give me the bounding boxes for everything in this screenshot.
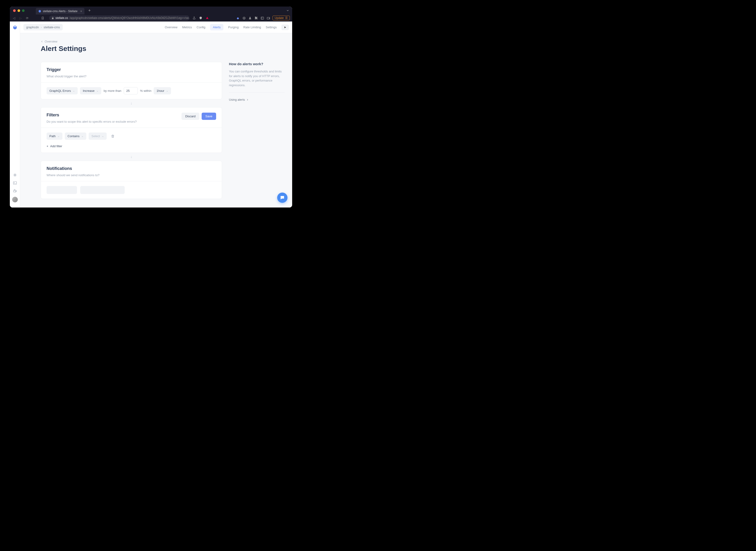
filter-op-select[interactable]: Contains ⌄	[65, 132, 86, 140]
play-button[interactable]	[281, 25, 289, 30]
chat-bubble-button[interactable]	[277, 192, 287, 203]
close-window-icon[interactable]	[13, 9, 16, 12]
back-link[interactable]: Overview	[41, 40, 285, 43]
filters-card: Filters Do you want to scope this alert …	[41, 107, 222, 153]
toolbar-right: ◆ Update ☰	[236, 16, 290, 20]
trigger-metric-label: GraphQL Errors	[49, 89, 71, 92]
forward-icon[interactable]: ▷	[19, 16, 22, 20]
close-tab-icon[interactable]: ×	[80, 9, 82, 13]
help-title: How do alerts work?	[229, 62, 285, 66]
brave-shield-icon[interactable]	[199, 16, 203, 20]
notifications-card: Notifications Where should we send notif…	[41, 161, 222, 199]
top-nav-links: Overview Metrics Config Alerts Purging R…	[165, 24, 289, 30]
minimize-window-icon[interactable]	[18, 9, 20, 12]
chevron-right-icon: ›	[41, 25, 42, 29]
page: graphcdn › stellate-cms Overview Metrics…	[10, 21, 292, 207]
lock-icon	[51, 17, 54, 19]
person-icon[interactable]	[248, 16, 252, 20]
using-alerts-link[interactable]: Using alerts	[229, 98, 285, 101]
new-tab-icon[interactable]: +	[88, 8, 91, 13]
notifications-title: Notifications	[46, 166, 216, 171]
help-sidebar: How do alerts work? You can configure th…	[229, 62, 285, 199]
pct-within-text: % within	[140, 89, 151, 92]
trigger-window-select[interactable]: 1hour ⌄	[154, 87, 171, 94]
content: graphcdn › stellate-cms Overview Metrics…	[20, 21, 292, 207]
svg-rect-6	[14, 174, 15, 176]
nav-settings[interactable]: Settings	[266, 25, 277, 29]
svg-point-1	[244, 18, 244, 18]
breadcrumb-org: graphcdn	[26, 25, 39, 29]
wallet-icon[interactable]	[266, 16, 270, 20]
browser-tab[interactable]: stellate-cms Alerts - Stellate ×	[36, 8, 84, 14]
nav-config[interactable]: Config	[197, 25, 206, 29]
trigger-window-label: 1hour	[157, 89, 164, 92]
trash-icon[interactable]	[111, 134, 114, 138]
cards-column: Trigger What should trigger the alert? G…	[41, 62, 222, 199]
arrow-down-icon: ↓	[41, 153, 222, 161]
filter-op-label: Contains	[68, 134, 79, 138]
puzzle-icon[interactable]	[254, 16, 258, 20]
update-button[interactable]: Update ☰	[272, 16, 290, 20]
chevron-down-icon: ⌄	[81, 135, 83, 138]
svg-rect-7	[13, 181, 17, 184]
feedback-icon[interactable]	[13, 189, 17, 193]
save-button[interactable]: Save	[202, 113, 216, 120]
brave-rewards-icon[interactable]	[205, 16, 209, 20]
nav-metrics[interactable]: Metrics	[182, 25, 192, 29]
maximize-window-icon[interactable]	[22, 9, 25, 12]
trigger-direction-select[interactable]: Increase ⌄	[80, 87, 101, 94]
breadcrumb[interactable]: graphcdn › stellate-cms	[23, 24, 63, 30]
terminal-icon[interactable]	[13, 181, 17, 185]
left-sidebar	[10, 21, 20, 207]
update-label: Update	[275, 16, 284, 20]
chevron-down-icon: ⌄	[102, 135, 104, 138]
filter-value-select[interactable]: Select ⌄	[89, 132, 107, 140]
help-link-label: Using alerts	[229, 98, 245, 101]
help-text: You can configure thresholds and limits …	[229, 69, 285, 87]
chevron-down-icon: ⌄	[96, 89, 98, 92]
bookmark-icon[interactable]	[41, 17, 45, 20]
sparkle-icon[interactable]	[13, 173, 17, 177]
divider	[229, 92, 285, 93]
svg-rect-2	[261, 17, 264, 19]
page-title: Alert Settings	[41, 45, 285, 53]
nav-purging[interactable]: Purging	[228, 25, 239, 29]
chevron-down-icon: ⌄	[57, 135, 60, 138]
trigger-subtitle: What should trigger the alert?	[46, 74, 216, 78]
filters-subtitle: Do you want to scope this alert to speci…	[46, 120, 137, 123]
threshold-input[interactable]	[124, 87, 138, 94]
back-icon[interactable]: ◁	[12, 16, 16, 20]
filters-title: Filters	[46, 113, 137, 117]
discard-button[interactable]: Discard	[182, 113, 199, 120]
browser-window: stellate-cms Alerts - Stellate × + ◁ ▷ ⟳…	[10, 7, 292, 207]
trigger-card: Trigger What should trigger the alert? G…	[41, 62, 222, 99]
url-path: /app/graphcdn/stellate-cms/alerts/QWxlcn…	[69, 16, 190, 20]
tab-overflow-icon[interactable]	[286, 9, 289, 12]
back-label: Overview	[45, 40, 57, 43]
address-bar: ◁ ▷ ⟳ stellate.co/app/graphcdn/stellate-…	[10, 14, 292, 21]
filter-field-select[interactable]: Path ⌄	[46, 132, 62, 140]
stellate-logo-icon[interactable]	[12, 25, 18, 30]
scroll-area[interactable]: Overview Alert Settings Trigger What sho…	[20, 33, 292, 207]
add-filter-button[interactable]: + Add filter	[46, 144, 216, 148]
trigger-direction-label: Increase	[83, 89, 94, 92]
reload-icon[interactable]: ⟳	[25, 16, 29, 20]
nav-rate-limiting[interactable]: Rate Limiting	[243, 25, 261, 29]
diamond-icon[interactable]: ◆	[236, 16, 240, 20]
menu-icon: ☰	[285, 16, 288, 20]
notifications-subtitle: Where should we send notifications to?	[46, 173, 216, 177]
nav-alerts[interactable]: Alerts	[210, 24, 223, 30]
extension-icon-1[interactable]	[242, 16, 246, 20]
panel-icon[interactable]	[260, 16, 264, 20]
chat-icon	[280, 195, 285, 200]
notification-channel-2[interactable]	[80, 186, 125, 194]
share-icon[interactable]	[192, 16, 196, 20]
nav-overview[interactable]: Overview	[165, 25, 177, 29]
filter-value-placeholder: Select	[91, 134, 100, 138]
notification-channel-1[interactable]	[46, 186, 77, 194]
trigger-metric-select[interactable]: GraphQL Errors ⌄	[46, 87, 78, 94]
avatar[interactable]	[12, 197, 18, 202]
plus-icon: +	[46, 144, 48, 148]
url-field[interactable]: stellate.co/app/graphcdn/stellate-cms/al…	[49, 15, 190, 21]
sidebar-bottom	[12, 173, 18, 207]
